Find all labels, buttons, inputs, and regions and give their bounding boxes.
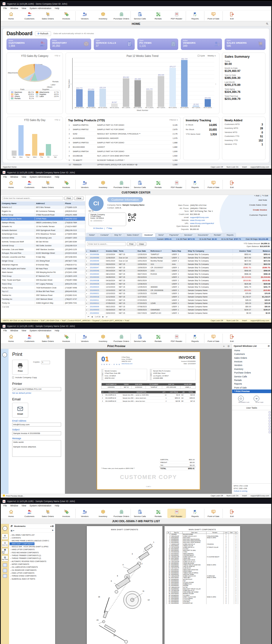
bar[interactable] [181, 60, 188, 107]
pdf-page-right[interactable]: MAIN SHAFT COMPONENTS No.Parts No.Parts … [164, 526, 240, 644]
invoice-row[interactable]: ▸ 201000039 04/28/2024 NET 15 05/13/2024… [85, 276, 271, 279]
toolbar-button[interactable]: Customers [20, 11, 39, 20]
email-button[interactable]: Email [12, 403, 28, 418]
direction-link[interactable]: ⊖ Direction [93, 227, 103, 229]
find-button[interactable]: Find [127, 242, 136, 246]
opened-window-item[interactable]: Inventory [232, 367, 271, 371]
printer-select[interactable]: HP LaserJet P2055dn PCL 6 ▾ [12, 387, 61, 391]
pager-prev[interactable]: ◀ [91, 316, 92, 318]
kpi-tile[interactable]: Active CUSTOMERS 1,984 [6, 39, 47, 50]
toolbar-button[interactable]: Rentals [149, 334, 167, 343]
bookmark-item[interactable]: – NEEDLE BAR , HOOK DRIVING SHAFT & UPRI… [10, 546, 49, 548]
edit-button[interactable]: ✎ Edit [262, 195, 268, 197]
top-product-row[interactable]: 9 TC-800/TT SCISSOR THREAD CLIPPER * 1,2… [68, 158, 178, 162]
invoice-number-link[interactable]: 201000056 [90, 253, 99, 255]
toolbar-button[interactable]: Invoices [57, 509, 75, 518]
invoice-number-link[interactable]: 201000049 [90, 260, 99, 262]
customer-row[interactable]: Tony's Shop 007 Legacy Parkway (830)225-… [1, 282, 85, 286]
toolbar-button[interactable]: Purchase Orders [112, 11, 131, 20]
opened-window-item[interactable]: Purchase Orders [232, 371, 271, 375]
chart-prev-icon[interactable]: ‹ [70, 82, 72, 86]
customer-search-input[interactable]: Enter text for manual search... [2, 196, 63, 200]
customer-row[interactable]: Schaefer Inc 13 Via Fortellio Terrace (7… [1, 224, 85, 228]
pdf-tool-button[interactable]: ⊕ Zoom In [2, 534, 8, 540]
invoice-sheet[interactable]: 01 Z E R O - O N E 3 Park PlazaIrvine, C… [97, 351, 200, 490]
toolbar-button[interactable]: Exit [223, 180, 241, 189]
cycle-checkbox[interactable]: Cycle [198, 55, 205, 57]
toolbar-button[interactable]: Purchase Orders [112, 334, 131, 343]
bookmark-item[interactable]: – HAND LIFTER COMPONENTS [10, 549, 35, 550]
pager-next[interactable]: ▶ [102, 316, 104, 318]
toolbar-button[interactable]: Service Calls [131, 509, 149, 518]
bill-to-box[interactable]: Sample Company3 Park PlazaIrvine, CA 926… [89, 213, 126, 226]
toolbar-button[interactable]: Sales Orders [39, 180, 57, 189]
menu-item[interactable]: System Administration [30, 504, 51, 507]
customer-row[interactable]: Torphy Group 7428 Northwestern Circle (7… [1, 286, 85, 290]
toolbar-button[interactable]: Point of Sale [204, 334, 223, 343]
toolbar-button[interactable]: Home [2, 509, 20, 518]
invoice-row[interactable]: ▸ 201000021 12/10/2023 NET 15 12/25/2023… [85, 292, 271, 295]
invoice-number-link[interactable]: 201000009 [90, 306, 99, 308]
invoice-number-link[interactable]: 201000025 [90, 283, 99, 285]
toolbar-button[interactable]: Sales Orders [39, 509, 57, 518]
invoice-search-input[interactable]: Enter text to search... [87, 242, 126, 246]
customer-row[interactable]: Trantow Inc 2557 Bellevue Road (210)962-… [1, 293, 85, 297]
invoice-number-link[interactable]: 201000055 [90, 257, 99, 259]
detail-tab[interactable]: Notes* [87, 233, 98, 237]
toolbar-button[interactable]: Service Calls [131, 11, 149, 20]
pie-period-dropdown[interactable]: YTD ∨ [54, 55, 60, 57]
invoice-number-link[interactable]: 201000040 [90, 273, 99, 275]
invoice-row[interactable]: ▸ 201000055 11/06/2024 Due on 1st 12/06/… [85, 256, 271, 259]
toolbar-button[interactable]: Home [2, 334, 20, 343]
customer-row[interactable]: Ruffroe Group 07566 Roosevelt Road (406)… [1, 213, 85, 217]
byday-period-dropdown[interactable]: YTD ∨ [54, 119, 60, 121]
invoice-row[interactable]: ▸ 201000046 09/14/2024 NET 15 09/29/2024… [85, 269, 271, 272]
menu-item[interactable]: Help [55, 329, 59, 332]
customer-row[interactable]: Schamberger-Koss 8791 Meadmour Terrace (… [1, 232, 85, 236]
toolbar-button[interactable]: Reports [186, 180, 204, 189]
toolbar-button[interactable]: Vendors [75, 334, 94, 343]
opened-window-item[interactable]: Customers [232, 352, 271, 356]
clear-button[interactable]: Clear [74, 196, 84, 200]
toolbar-button[interactable]: Inventory [94, 11, 112, 20]
top-products-filter[interactable]: Filtered ∨ [169, 119, 178, 121]
pin-icon[interactable]: ⚑︎ [52, 529, 54, 532]
invoice-row[interactable]: ▸ 201000010 07/05/2023 NET 15 07/20/2023… [85, 302, 271, 305]
toolbar-button[interactable]: Exit [223, 509, 241, 518]
toolbar-button[interactable]: PDF Reader [167, 11, 186, 20]
bookmark-item[interactable]: – AUTOMATIC REVERSE FEED COMPONENTS [10, 560, 47, 562]
toolbar-button[interactable]: PDF Reader [167, 334, 186, 343]
detail-tab[interactable]: Rentals* [211, 233, 224, 237]
menu-item[interactable]: Window [10, 7, 18, 10]
expand-icon[interactable]: » [223, 345, 225, 348]
invoice-number-link[interactable]: 201000048 [90, 263, 99, 265]
invoice-number-link[interactable]: 201000010 [90, 302, 99, 304]
opened-window-item[interactable]: Sales Orders [232, 356, 271, 360]
bar[interactable] [146, 90, 153, 107]
bar[interactable] [205, 99, 211, 107]
workstation-lock-button[interactable]: ⏻ [238, 396, 244, 401]
customer-row[interactable]: Shanahan-Hagenes 8 Kinsman Way (795)518-… [1, 263, 85, 267]
menu-item[interactable]: View [22, 329, 26, 332]
toolbar-button[interactable]: Reports [186, 509, 204, 518]
kpi-tile[interactable]: Open PO ITEMS 1,131 [137, 39, 178, 50]
add-button[interactable]: + Add [254, 195, 260, 197]
kpi-tile[interactable]: Active INVENTORY 30,350 [50, 39, 91, 50]
toolbar-button[interactable]: PDF Reader [167, 509, 186, 518]
bookmark-item[interactable]: – CONTENTS [10, 537, 22, 539]
toolbar-button[interactable]: Service Calls [131, 180, 149, 189]
bookmark-item[interactable]: – THREAD TRIMMER COMPONENTS (2) [10, 557, 42, 559]
toolbar-button[interactable]: Rentals [149, 180, 167, 189]
opened-window-item[interactable]: Service Calls [232, 375, 271, 378]
bookmark-item[interactable]: – NUMERICAL INDEX OF PARTS [10, 578, 36, 580]
user-tasks-box[interactable] [232, 410, 271, 483]
pager-first[interactable]: ⏮ [88, 316, 89, 318]
customer-row[interactable]: Tremblay Inc 2337 Belmont Street (796)20… [1, 297, 85, 301]
opened-window-item[interactable]: Home [232, 349, 271, 352]
customer-row[interactable]: Third Group 87 Mariners Port (212)820-14… [1, 274, 85, 278]
menu-item[interactable]: System Administration [30, 7, 51, 10]
pdf-tool-button[interactable]: ▣ Whole Page [2, 548, 8, 554]
pdf-page-left[interactable]: MAIN SHAFT COMPONENTS [87, 526, 162, 644]
invoice-number-link[interactable]: 201000011 [90, 299, 99, 301]
bar[interactable] [134, 80, 141, 107]
